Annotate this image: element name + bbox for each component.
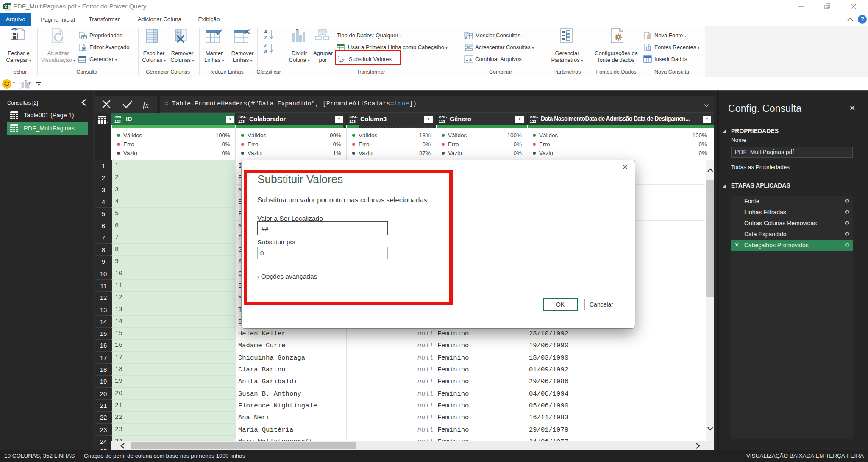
svg-text:X: X	[4, 4, 8, 9]
